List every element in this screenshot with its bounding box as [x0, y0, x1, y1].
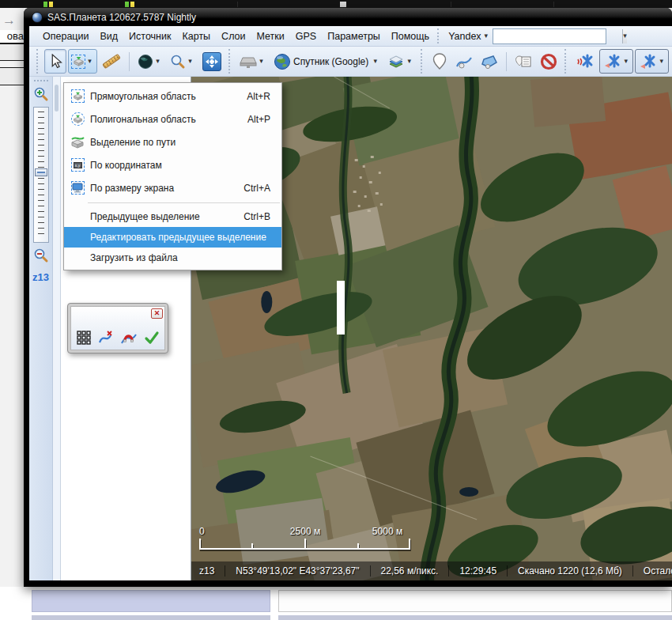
- zoom-slider[interactable]: [33, 107, 49, 243]
- screen-selection-icon: [71, 181, 85, 195]
- ruler-icon: [102, 54, 121, 69]
- grid-selection-icon[interactable]: [76, 330, 92, 346]
- menu-item-shortcut: Alt+P: [247, 114, 281, 125]
- placemark-icon: [432, 53, 447, 70]
- menu-item-path-selection[interactable]: Выделение по пути: [64, 130, 281, 153]
- toolbar-grip: [421, 49, 425, 74]
- combo-dropdown-button[interactable]: ▾: [622, 29, 627, 43]
- download-manager-button[interactable]: ▾: [236, 49, 269, 74]
- menu-item-previous-selection[interactable]: Предыдущее выделение Ctrl+B: [64, 206, 281, 227]
- menu-maps[interactable]: Карты: [176, 28, 216, 45]
- status-zoom: z13: [191, 565, 225, 577]
- divider: [237, 2, 238, 7]
- gps-position-button[interactable]: ▾: [635, 49, 669, 74]
- layers-icon: [387, 54, 405, 70]
- zoom-sidebar: z13: [29, 77, 53, 580]
- menu-gps[interactable]: GPS: [290, 28, 322, 45]
- menu-view[interactable]: Вид: [94, 28, 123, 45]
- chevron-down-icon: ▾: [186, 58, 194, 65]
- polygon-selection-icon: [71, 112, 85, 126]
- menu-item-polygon-selection[interactable]: Полигональная область Alt+P: [64, 108, 281, 130]
- layers-button[interactable]: ▾: [384, 49, 417, 74]
- add-polygon-button[interactable]: [478, 49, 501, 74]
- toolbar-grip: [36, 49, 40, 74]
- window-title: SAS.Планета 120627.5787 Nightly: [47, 12, 196, 23]
- background-panel: [32, 615, 270, 620]
- zoom-tool-button[interactable]: ▾: [167, 49, 198, 74]
- title-bar[interactable]: SAS.Планета 120627.5787 Nightly: [24, 8, 672, 26]
- green-indicator-icon: [43, 2, 47, 7]
- cursor-move-button[interactable]: [44, 49, 66, 74]
- geo-search-input[interactable]: [493, 29, 622, 43]
- green-indicator-icon: [125, 2, 129, 7]
- map-source-button[interactable]: Спутник (Google) ▾: [270, 49, 383, 74]
- fullscreen-button[interactable]: [199, 49, 225, 74]
- selection-manager-button[interactable]: ▾: [68, 49, 97, 74]
- rect-selection-icon: [71, 89, 85, 103]
- geo-search-combobox[interactable]: ▾: [493, 28, 606, 44]
- add-placemark-button[interactable]: [428, 49, 451, 74]
- gps-track-button[interactable]: ▾: [599, 49, 633, 74]
- menu-item-label: Прямоугольная область: [87, 91, 247, 102]
- zoom-level-label: z13: [32, 271, 49, 283]
- menu-bar: Операции Вид Источник Карты Слои Метки G…: [29, 26, 672, 47]
- slider-handle[interactable]: [35, 168, 47, 176]
- menu-item-shortcut: Alt+R: [247, 91, 281, 102]
- menu-item-shortcut: Ctrl+B: [244, 211, 281, 222]
- background-table-row: [0, 67, 24, 85]
- hide-marks-button[interactable]: [537, 49, 561, 74]
- close-icon[interactable]: ✕: [151, 308, 163, 319]
- menu-item-by-coordinates[interactable]: x,y По координатам: [64, 153, 281, 176]
- yandex-search-menu[interactable]: Yandex ▾: [444, 28, 493, 44]
- menu-operations[interactable]: Операции: [37, 28, 94, 45]
- menu-settings[interactable]: Параметры: [322, 28, 386, 45]
- back-arrow-icon: →: [2, 13, 16, 28]
- menu-item-shortcut: Ctrl+A: [244, 183, 281, 194]
- ruler-button[interactable]: [99, 49, 124, 74]
- polygon-icon: [481, 54, 498, 70]
- chevron-down-icon: ▾: [405, 58, 413, 65]
- globe-map-icon: [274, 53, 291, 70]
- menu-item-load-from-file[interactable]: Загрузить из файла: [64, 248, 281, 268]
- chevron-down-icon: ▾: [257, 58, 266, 65]
- selection-edit-toolbar[interactable]: ✕: [67, 303, 168, 353]
- menu-item-edit-previous-selection[interactable]: Редактировать предыдущее выделение: [64, 227, 281, 248]
- magnet-snap-icon[interactable]: [120, 330, 138, 346]
- gps-track-icon: [602, 53, 621, 70]
- menu-marks[interactable]: Метки: [251, 28, 290, 45]
- menu-source[interactable]: Источник: [123, 28, 176, 45]
- yandex-label: Yandex: [448, 31, 481, 42]
- splitter-handle[interactable]: [55, 85, 59, 112]
- apply-check-icon[interactable]: [144, 330, 160, 346]
- zoom-out-icon[interactable]: [33, 248, 49, 263]
- forbidden-icon: [540, 53, 557, 70]
- menu-item-rect-selection[interactable]: Прямоугольная область Alt+R: [64, 85, 281, 108]
- add-path-button[interactable]: [452, 49, 476, 74]
- chevron-down-icon: ▾: [657, 58, 666, 65]
- zoom-in-icon[interactable]: [33, 86, 49, 102]
- gps-connect-button[interactable]: [572, 49, 598, 74]
- background-panel: [278, 590, 672, 612]
- menu-item-screen-size[interactable]: По размеру экрана Ctrl+A: [64, 176, 281, 199]
- delete-point-icon[interactable]: [98, 330, 114, 346]
- menu-item-label: Редактировать предыдущее выделение: [68, 232, 270, 243]
- menu-item-label: Предыдущее выделение: [68, 211, 244, 222]
- background-taskstrip: [0, 0, 672, 8]
- placemark-manager-button[interactable]: [512, 49, 535, 74]
- toolbar-grip: [564, 49, 568, 74]
- menu-layers[interactable]: Слои: [216, 28, 251, 45]
- gps-signal-icon: [576, 53, 595, 70]
- cursor-icon: [48, 54, 63, 69]
- status-downloaded: Скачано 1220 (12,6 Мб): [507, 565, 632, 577]
- background-panel: [32, 590, 270, 612]
- toolbar-grip: [228, 49, 232, 74]
- panel-splitter[interactable]: [53, 77, 61, 580]
- menu-separator: [88, 202, 280, 203]
- map-source-label: Спутник (Google): [291, 56, 371, 67]
- menu-help[interactable]: Помощь: [386, 28, 435, 45]
- background-table-row: [0, 43, 24, 61]
- scale-tick-label: 2500 м: [290, 526, 320, 537]
- globe-view-button[interactable]: ▾: [134, 49, 165, 74]
- status-remaining: Остало: [632, 565, 672, 577]
- separator: [129, 52, 130, 71]
